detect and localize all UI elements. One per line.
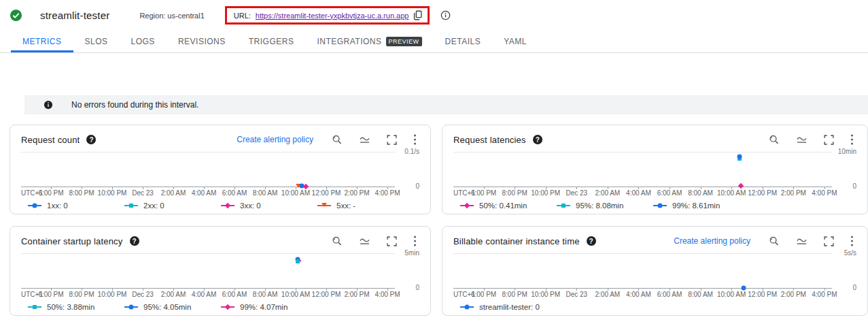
chart-title: Billable container instance time (453, 236, 580, 246)
legend-square-marker (124, 203, 138, 209)
help-icon[interactable] (587, 236, 596, 246)
chart-title: Request count (21, 135, 80, 145)
more-vert-icon[interactable] (413, 236, 417, 246)
x-tick-label: 4:00 PM (375, 291, 400, 298)
chart-legend: 50%: 0.41min95%: 8.08min99%: 8.61min (453, 202, 856, 210)
metrics-mode-icon[interactable] (359, 135, 370, 145)
zoom-reset-icon[interactable] (331, 134, 343, 146)
tab-yaml[interactable]: YAML (492, 31, 538, 52)
fullscreen-icon[interactable] (387, 135, 397, 145)
legend-diamond-marker (221, 304, 235, 310)
help-icon[interactable] (86, 135, 96, 144)
legend-circle-marker (124, 304, 138, 310)
url-label: URL: (234, 12, 251, 20)
legend-item: 3xx: 0 (221, 202, 308, 210)
y-axis-min-label: 0 (852, 284, 856, 291)
x-tick-label: Dec 23 (132, 189, 154, 197)
chart-plot-area[interactable]: 5s/s 0 (453, 253, 856, 289)
chart-x-axis: UTC+16:00 PM8:00 PM10:00 PMDec 232:00 AM… (21, 289, 395, 299)
x-tick-label: 4:00 PM (812, 189, 837, 197)
legend-label: 5xx: - (336, 202, 355, 210)
chart-plot-area[interactable]: 5min 0 (21, 253, 419, 289)
legend-square-marker (28, 304, 41, 310)
info-outline-icon[interactable] (440, 10, 451, 20)
fullscreen-icon[interactable] (387, 236, 397, 246)
tab-bar: METRICSSLOSLOGSREVISIONSTRIGGERSINTEGRAT… (0, 31, 868, 53)
x-tick-label: 4:00 PM (375, 189, 400, 197)
create-alerting-policy-link[interactable]: Create alerting policy (674, 236, 750, 246)
x-tick-label: 12:00 PM (312, 189, 341, 197)
legend-label: 1xx: 0 (47, 202, 68, 210)
chart-title: Container startup latency (21, 236, 123, 246)
tab-metrics[interactable]: METRICS (11, 31, 73, 52)
chart-card-billable-container-instance-time: Billable container instance time Create … (442, 226, 868, 316)
y-axis-min-label: 0 (852, 182, 856, 190)
legend-label: streamlit-tester: 0 (479, 303, 540, 311)
tab-integrations[interactable]: INTEGRATIONSPREVIEW (305, 31, 433, 52)
chart-toolbar (331, 236, 417, 247)
x-tick-label: 10:00 AM (281, 291, 310, 298)
x-tick-label: Dec 23 (132, 291, 154, 298)
legend-label: 95%: 4.05min (143, 303, 191, 311)
x-tick-label: 4:00 PM (812, 291, 837, 298)
x-tick-label: 6:00 AM (657, 189, 682, 197)
metrics-mode-icon[interactable] (796, 135, 808, 145)
tab-slos[interactable]: SLOS (73, 31, 120, 52)
x-tick-label: 2:00 PM (781, 189, 806, 197)
x-tick-label: 6:00 PM (38, 291, 63, 298)
x-tick-label: 8:00 PM (502, 291, 527, 298)
x-tick-label: 10:00 PM (531, 291, 560, 298)
tab-triggers[interactable]: TRIGGERS (237, 31, 306, 52)
help-icon[interactable] (533, 135, 542, 144)
legend-square-marker (557, 203, 570, 209)
series-marker (296, 259, 300, 263)
copy-icon[interactable] (413, 10, 422, 20)
x-tick-label: 8:00 AM (253, 291, 278, 298)
legend-label: 2xx: 0 (143, 202, 164, 210)
x-tick-label: 4:00 AM (192, 189, 217, 197)
x-tick-label: 12:00 PM (312, 291, 341, 298)
legend-label: 50%: 0.41min (479, 202, 527, 210)
x-tick-label: 4:00 AM (192, 291, 217, 298)
x-tick-label: 8:00 AM (688, 291, 713, 298)
chart-legend: streamlit-tester: 0 (453, 303, 856, 311)
tab-revisions[interactable]: REVISIONS (167, 31, 237, 52)
x-tick-label: 2:00 AM (161, 189, 186, 197)
help-icon[interactable] (130, 236, 139, 246)
chart-x-axis: UTC+16:00 PM8:00 PM10:00 PMDec 232:00 AM… (21, 187, 395, 197)
chart-x-axis: UTC+16:00 PM8:00 PM10:00 PMDec 232:00 AM… (453, 289, 832, 299)
metrics-mode-icon[interactable] (359, 236, 370, 246)
x-tick-label: 6:00 AM (222, 291, 247, 298)
zoom-reset-icon[interactable] (768, 236, 780, 247)
legend-item: 50%: 0.41min (460, 202, 547, 210)
zoom-reset-icon[interactable] (768, 134, 780, 146)
more-vert-icon[interactable] (850, 134, 854, 145)
metrics-grid: Request count Create alerting policy 0.1… (10, 125, 868, 316)
create-alerting-policy-link[interactable]: Create alerting policy (237, 135, 313, 144)
legend-circle-marker (28, 203, 41, 209)
fullscreen-icon[interactable] (824, 236, 834, 246)
chart-legend: 50%: 3.88min95%: 4.05min99%: 4.07min (21, 303, 419, 311)
fullscreen-icon[interactable] (824, 135, 834, 145)
chart-plot-area[interactable]: 0.1/s 0 (21, 152, 419, 187)
zoom-reset-icon[interactable] (331, 236, 343, 247)
service-url-link[interactable]: https://streamlit-tester-yxpkbvtjza-uc.a… (256, 12, 409, 20)
more-vert-icon[interactable] (850, 236, 854, 246)
legend-label: 95%: 8.08min (576, 202, 623, 210)
more-vert-icon[interactable] (413, 134, 417, 145)
chart-plot-area[interactable]: 10min 0 (453, 152, 856, 187)
service-header: streamlit-tester Region: us-central1 URL… (0, 0, 868, 31)
no-errors-banner: No errors found during this interval. (24, 95, 868, 114)
x-tick-label: Dec 23 (566, 189, 587, 197)
metrics-mode-icon[interactable] (796, 236, 808, 246)
tab-logs[interactable]: LOGS (120, 31, 167, 52)
x-tick-label: 8:00 AM (688, 189, 713, 197)
x-tick-label: 8:00 AM (253, 189, 278, 197)
legend-triangle-marker (317, 203, 331, 209)
legend-item: 2xx: 0 (124, 202, 211, 210)
page-title: streamlit-tester (40, 10, 109, 21)
x-tick-label: 4:00 AM (626, 189, 651, 197)
chart-toolbar (768, 134, 854, 146)
legend-item: 99%: 4.07min (221, 303, 308, 311)
tab-details[interactable]: DETAILS (434, 31, 493, 52)
